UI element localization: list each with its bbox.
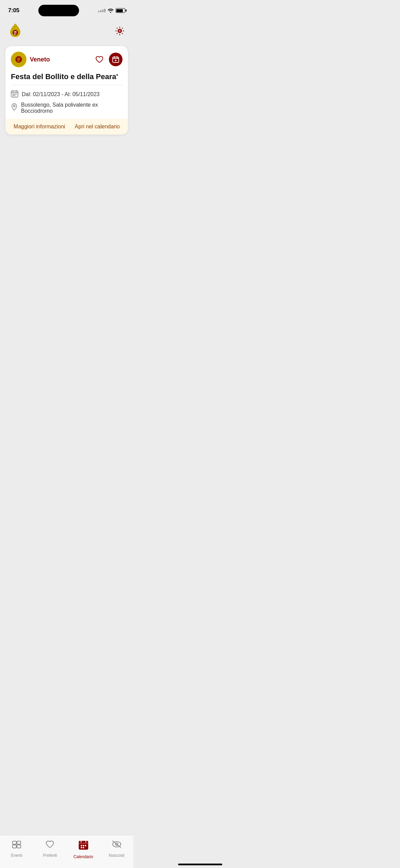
app-header — [0, 18, 133, 43]
event-title: Festa del Bollito e della Peara' — [5, 67, 128, 85]
favorite-button[interactable] — [93, 53, 106, 66]
location-text: Bussolengo, Sala polivalente ex Bocciodr… — [21, 102, 122, 114]
svg-rect-3 — [14, 34, 16, 35]
svg-rect-1 — [14, 31, 17, 32]
status-bar: 7:05 — [0, 0, 133, 18]
card-region: Veneto — [11, 52, 50, 67]
svg-rect-15 — [13, 95, 14, 96]
region-icon — [11, 52, 26, 67]
wifi-icon — [108, 8, 114, 13]
svg-rect-13 — [14, 94, 15, 95]
status-icons — [98, 8, 125, 13]
date-row: Dal: 02/11/2023 - Al: 05/11/2023 — [11, 90, 122, 99]
card-details: Dal: 02/11/2023 - Al: 05/11/2023 Bussole… — [5, 85, 128, 119]
svg-rect-8 — [17, 59, 20, 60]
open-calendar-link[interactable]: Apri nel calendario — [75, 124, 120, 130]
add-to-calendar-button[interactable] — [109, 53, 122, 66]
svg-rect-2 — [14, 33, 17, 33]
dynamic-island — [38, 5, 79, 16]
svg-rect-12 — [13, 94, 14, 95]
svg-point-4 — [119, 30, 121, 32]
svg-rect-16 — [14, 95, 15, 96]
svg-rect-14 — [16, 94, 17, 95]
region-name: Veneto — [30, 56, 50, 63]
more-info-link[interactable]: Maggiori informazioni — [14, 124, 65, 130]
location-row: Bussolengo, Sala polivalente ex Bocciodr… — [11, 102, 122, 114]
location-icon — [11, 103, 18, 112]
svg-point-17 — [14, 105, 15, 107]
battery-icon — [116, 8, 125, 13]
svg-rect-7 — [17, 58, 20, 59]
card-footer: Maggiori informazioni Apri nel calendari… — [5, 119, 128, 134]
calendar-icon — [11, 90, 18, 99]
card-actions — [93, 53, 122, 66]
event-card: Veneto Festa del Bollito e della Peara' — [5, 46, 128, 134]
date-text: Dal: 02/11/2023 - Al: 05/11/2023 — [22, 91, 100, 97]
card-top: Veneto — [5, 46, 128, 67]
app-logo — [7, 22, 24, 40]
svg-rect-9 — [17, 61, 19, 61]
settings-button[interactable] — [113, 24, 127, 38]
signal-icon — [98, 9, 106, 12]
status-time: 7:05 — [8, 7, 19, 14]
